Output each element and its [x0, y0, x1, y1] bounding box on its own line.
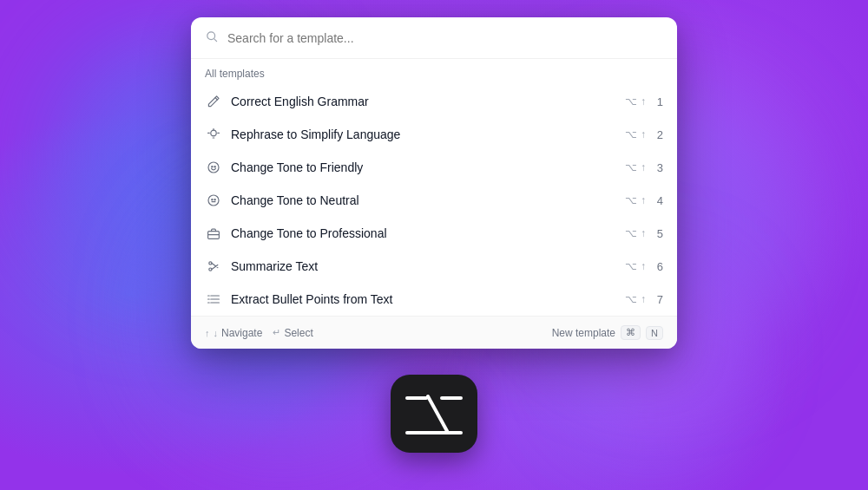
- svg-rect-21: [405, 431, 463, 434]
- template-shortcuts-5: ⌥ ↑ 5: [625, 227, 663, 240]
- select-label: Select: [284, 327, 312, 339]
- shortcut-num-6: 6: [649, 260, 663, 273]
- shortcut-modifier-6: ⌥: [625, 260, 637, 272]
- template-label-5: Change Tone to Professional: [231, 226, 625, 240]
- neutral-icon: [205, 192, 222, 209]
- smile-icon: [205, 159, 222, 176]
- footer-nav-navigate: ↑ ↓ Navigate: [205, 327, 262, 339]
- svg-point-6: [208, 195, 219, 206]
- shortcut-modifier-1: ⌥: [625, 95, 637, 108]
- template-list: Correct English Grammar ⌥ ↑ 1 Rephrase t…: [191, 85, 677, 316]
- search-input[interactable]: [227, 31, 663, 45]
- scissors-icon: [205, 258, 222, 275]
- footer-right: New template ⌘ N: [552, 325, 663, 340]
- shortcut-num-2: 2: [649, 128, 663, 141]
- bulb-icon: [205, 126, 222, 143]
- page-container: All templates Correct English Grammar ⌥ …: [0, 0, 868, 490]
- shortcut-arrow-7: ↑: [641, 293, 646, 305]
- template-shortcuts-7: ⌥ ↑ 7: [625, 293, 663, 306]
- new-template-n-key: N: [646, 326, 663, 340]
- template-item-5[interactable]: Change Tone to Professional ⌥ ↑ 5: [191, 217, 677, 250]
- panel-footer: ↑ ↓ Navigate ↵ Select New template ⌘ N: [191, 316, 677, 349]
- template-shortcuts-2: ⌥ ↑ 2: [625, 128, 663, 141]
- template-item-6[interactable]: Summarize Text ⌥ ↑ 6: [191, 250, 677, 283]
- navigate-label: Navigate: [221, 327, 262, 339]
- svg-point-7: [212, 199, 213, 200]
- shortcut-num-1: 1: [649, 95, 663, 108]
- template-item-3[interactable]: Change Tone to Friendly ⌥ ↑ 3: [191, 151, 677, 184]
- template-label-6: Summarize Text: [231, 259, 625, 273]
- template-shortcuts-1: ⌥ ↑ 1: [625, 95, 663, 108]
- template-label-3: Change Tone to Friendly: [231, 160, 625, 174]
- template-label-2: Rephrase to Simplify Language: [231, 127, 625, 141]
- template-item-1[interactable]: Correct English Grammar ⌥ ↑ 1: [191, 85, 677, 118]
- shortcut-num-4: 4: [649, 194, 663, 207]
- svg-rect-18: [405, 396, 428, 400]
- shortcut-modifier-7: ⌥: [625, 293, 637, 305]
- new-template-cmd-key: ⌘: [621, 325, 641, 340]
- arrow-down-icon: ↓: [214, 328, 219, 338]
- shortcut-num-5: 5: [649, 227, 663, 240]
- shortcut-num-7: 7: [649, 293, 663, 306]
- shortcut-arrow-2: ↑: [641, 128, 646, 140]
- arrow-up-icon: ↑: [205, 328, 210, 338]
- shortcut-arrow-6: ↑: [641, 260, 646, 272]
- new-template-label: New template: [552, 327, 615, 339]
- briefcase-icon: [205, 225, 222, 242]
- svg-line-1: [214, 39, 217, 42]
- shortcut-modifier-3: ⌥: [625, 161, 637, 173]
- search-icon: [205, 29, 219, 46]
- footer-nav: ↑ ↓ Navigate ↵ Select: [205, 327, 313, 339]
- template-item-7[interactable]: Extract Bullet Points from Text ⌥ ↑ 7: [191, 283, 677, 316]
- search-area: [191, 17, 677, 59]
- template-label-4: Change Tone to Neutral: [231, 193, 625, 207]
- enter-icon: ↵: [273, 327, 280, 338]
- svg-point-8: [214, 199, 215, 200]
- template-item-4[interactable]: Change Tone to Neutral ⌥ ↑ 4: [191, 184, 677, 217]
- template-shortcuts-6: ⌥ ↑ 6: [625, 260, 663, 273]
- shortcut-arrow-1: ↑: [641, 95, 646, 108]
- svg-point-2: [211, 130, 216, 135]
- template-item-2[interactable]: Rephrase to Simplify Language ⌥ ↑ 2: [191, 118, 677, 151]
- svg-point-5: [214, 167, 215, 167]
- svg-point-0: [207, 32, 215, 40]
- svg-point-4: [212, 167, 213, 167]
- section-label: All templates: [191, 59, 677, 85]
- pen-icon: [205, 93, 222, 110]
- shortcut-arrow-3: ↑: [641, 161, 646, 173]
- shortcut-arrow-5: ↑: [641, 227, 646, 239]
- shortcut-num-3: 3: [649, 161, 663, 174]
- shortcut-modifier-4: ⌥: [625, 194, 637, 206]
- app-icon-symbol: [404, 393, 464, 434]
- svg-point-3: [208, 162, 219, 173]
- template-label-1: Correct English Grammar: [231, 95, 625, 108]
- svg-line-19: [428, 396, 447, 431]
- footer-nav-select: ↵ Select: [273, 327, 312, 339]
- list-icon: [205, 291, 222, 308]
- shortcut-modifier-5: ⌥: [625, 227, 637, 239]
- svg-rect-20: [440, 396, 463, 400]
- template-panel: All templates Correct English Grammar ⌥ …: [191, 17, 677, 349]
- shortcut-modifier-2: ⌥: [625, 128, 637, 140]
- app-icon: [391, 375, 477, 453]
- template-shortcuts-4: ⌥ ↑ 4: [625, 194, 663, 207]
- template-label-7: Extract Bullet Points from Text: [231, 292, 625, 306]
- shortcut-arrow-4: ↑: [641, 194, 646, 206]
- template-shortcuts-3: ⌥ ↑ 3: [625, 161, 663, 174]
